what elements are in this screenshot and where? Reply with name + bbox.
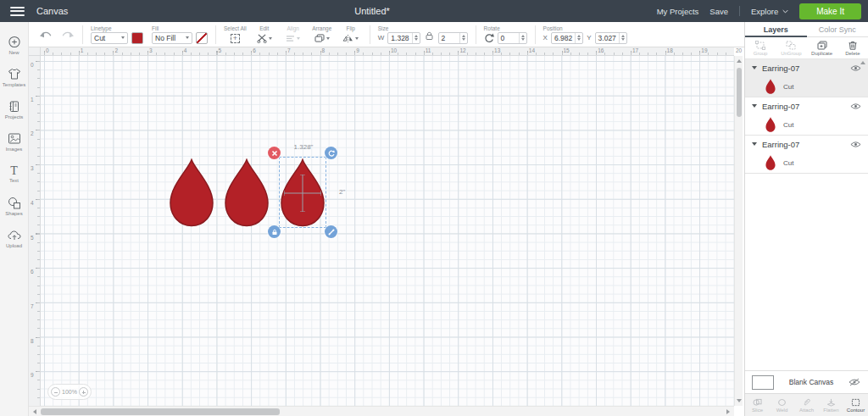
paperclip-icon: [802, 398, 811, 407]
lock-handle[interactable]: [268, 225, 281, 238]
layer-cut-row[interactable]: Cut: [745, 76, 868, 97]
layer-group-row[interactable]: Earring-07 Cut: [745, 59, 868, 97]
aspect-lock-icon[interactable]: [426, 31, 433, 40]
visibility-eye-icon[interactable]: [850, 103, 861, 110]
layer-thumbnail-teardrop: [765, 117, 776, 132]
vertical-scroll-thumb[interactable]: [737, 68, 742, 117]
sidebar-item-new[interactable]: New: [0, 29, 29, 61]
collapse-caret-icon[interactable]: [752, 104, 757, 108]
ruler-number: 3: [31, 165, 34, 171]
size-group: Size W 1.328 2: [378, 25, 468, 44]
position-y-stepper[interactable]: [619, 33, 626, 43]
ruler-number: 1: [31, 97, 34, 103]
header-divider: [739, 6, 740, 16]
contour-button[interactable]: Contour: [843, 398, 868, 413]
delete-button[interactable]: Delete: [837, 41, 868, 56]
mat-label: Blank Canvas: [774, 378, 849, 386]
layer-group-row[interactable]: Earring-07 Cut: [745, 97, 868, 136]
sidebar-item-text[interactable]: T Text: [0, 158, 29, 190]
linetype-dropdown[interactable]: Cut: [91, 32, 128, 44]
edit-scissors-icon: [257, 34, 267, 43]
vertical-scrollbar[interactable]: [734, 56, 743, 406]
height-stepper[interactable]: [459, 33, 467, 43]
group-icon: [755, 41, 765, 50]
tab-layers[interactable]: Layers: [745, 22, 807, 36]
scroll-up-icon[interactable]: [737, 59, 742, 63]
scroll-right-icon[interactable]: [726, 409, 730, 414]
width-input[interactable]: 1.328: [387, 32, 420, 44]
panel-scroll-up-icon[interactable]: [860, 61, 865, 64]
position-x-stepper[interactable]: [575, 33, 582, 43]
blank-canvas-swatch[interactable]: [752, 375, 774, 390]
visibility-eye-icon[interactable]: [850, 64, 861, 72]
edit-menu-button[interactable]: Edit: [253, 25, 275, 44]
sidebar-item-projects[interactable]: Projects: [0, 93, 29, 125]
rotate-input[interactable]: 0: [498, 32, 527, 44]
horizontal-scrollbar[interactable]: [29, 406, 734, 416]
redo-icon[interactable]: [61, 30, 75, 40]
dropdown-caret-icon: [186, 36, 189, 39]
scroll-left-icon[interactable]: [33, 409, 36, 414]
dropdown-caret-icon: [269, 37, 272, 40]
layer-cut-row[interactable]: Cut: [745, 114, 868, 135]
resize-handle[interactable]: [325, 225, 337, 238]
make-it-button[interactable]: Make It: [799, 3, 861, 19]
selection-height-label: 2": [339, 188, 345, 196]
attach-button[interactable]: Attach: [794, 398, 819, 413]
rotate-stepper[interactable]: [519, 33, 526, 43]
select-all-button[interactable]: Select All +: [224, 25, 247, 44]
teardrop-shape[interactable]: [169, 158, 214, 227]
sidebar-item-images[interactable]: Images: [0, 125, 29, 158]
sidebar-item-shapes[interactable]: Shapes: [0, 190, 29, 222]
delete-handle[interactable]: [268, 147, 281, 159]
sidebar-item-upload[interactable]: Upload: [0, 222, 29, 254]
ruler-number: 8: [31, 338, 34, 344]
selection-width-label: 1.328": [281, 143, 326, 151]
width-stepper[interactable]: [412, 33, 420, 43]
horizontal-scroll-thumb[interactable]: [41, 408, 280, 415]
align-menu-button[interactable]: Align: [282, 25, 304, 44]
group-button[interactable]: Group: [745, 41, 776, 56]
layer-group-row[interactable]: Earring-07 Cut: [745, 136, 868, 174]
fill-color-swatch[interactable]: [196, 32, 208, 44]
arrange-menu-button[interactable]: Arrange: [311, 25, 333, 44]
dropdown-caret-icon: [121, 36, 125, 39]
design-canvas[interactable]: 1.328" 2" 100%: [41, 56, 734, 406]
flip-menu-button[interactable]: Flip: [340, 25, 362, 44]
collapse-caret-icon[interactable]: [752, 66, 757, 69]
rotate-handle[interactable]: [325, 147, 337, 159]
ungroup-button[interactable]: UnGroup: [776, 41, 806, 56]
position-y-input[interactable]: 3.027: [595, 32, 627, 44]
layer-cut-row[interactable]: Cut: [745, 153, 868, 173]
zoom-in-button[interactable]: [79, 387, 88, 397]
weld-button[interactable]: Weld: [770, 398, 794, 413]
explore-menu[interactable]: Explore: [751, 7, 788, 16]
save-link[interactable]: Save: [709, 7, 728, 16]
height-input[interactable]: 2: [438, 32, 468, 44]
ungroup-icon: [786, 41, 796, 50]
scroll-down-icon[interactable]: [737, 399, 742, 402]
zoom-out-button[interactable]: [51, 387, 60, 397]
my-projects-link[interactable]: My Projects: [657, 7, 699, 16]
teardrop-shape[interactable]: [224, 158, 270, 227]
ruler-number: 6: [253, 47, 256, 53]
fill-dropdown[interactable]: No Fill: [152, 32, 192, 44]
dropdown-caret-icon: [355, 37, 359, 40]
ruler-number: 10: [391, 47, 397, 53]
undo-icon[interactable]: [39, 30, 53, 40]
eye-slash-icon[interactable]: [849, 378, 860, 386]
slice-button[interactable]: Slice: [745, 398, 770, 413]
visibility-eye-icon[interactable]: [850, 141, 861, 148]
linetype-color-swatch[interactable]: [131, 32, 143, 44]
shapes-icon: [8, 197, 21, 209]
close-icon: [271, 150, 278, 157]
collapse-caret-icon[interactable]: [752, 142, 757, 146]
flatten-button[interactable]: Flatten: [819, 398, 843, 413]
ruler-number: 20: [736, 47, 742, 53]
layer-linetype-label: Cut: [783, 159, 793, 167]
tab-color-sync[interactable]: Color Sync: [807, 22, 868, 36]
duplicate-button[interactable]: Duplicate: [807, 41, 837, 56]
sidebar-item-templates[interactable]: Templates: [0, 61, 29, 93]
position-x-input[interactable]: 6.982: [551, 32, 583, 44]
hamburger-menu-icon[interactable]: [10, 7, 25, 16]
